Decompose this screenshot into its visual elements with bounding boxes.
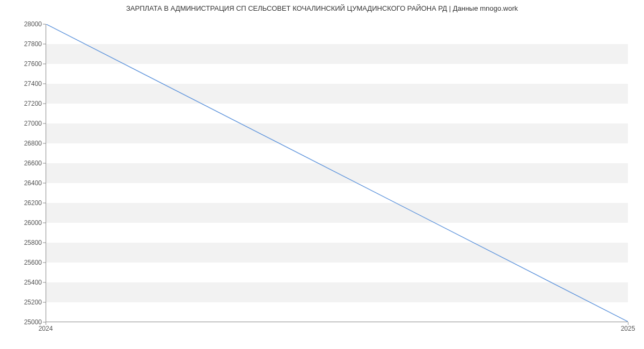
y-tick-label: 25000 (4, 318, 42, 326)
y-tick-label: 25600 (4, 259, 42, 266)
grid-band (46, 123, 628, 143)
y-tick-mark (43, 104, 46, 104)
y-tick-mark (43, 243, 46, 243)
y-tick-label: 26400 (4, 179, 42, 187)
y-tick-label: 26200 (4, 199, 42, 207)
y-tick-mark (43, 64, 46, 64)
plot-area (46, 24, 628, 322)
y-tick-mark (43, 44, 46, 45)
y-tick-label: 26800 (4, 140, 42, 147)
y-tick-mark (43, 263, 46, 263)
y-tick-label: 27200 (4, 100, 42, 107)
y-tick-mark (43, 163, 46, 164)
y-tick-label: 25800 (4, 239, 42, 246)
y-tick-label: 25200 (4, 299, 42, 306)
y-tick-label: 26600 (4, 159, 42, 167)
y-tick-mark (43, 123, 46, 124)
y-tick-mark (43, 143, 46, 144)
y-tick-label: 27000 (4, 120, 42, 127)
grid-band (46, 44, 628, 64)
chart-title: ЗАРПЛАТА В АДМИНИСТРАЦИЯ СП СЕЛЬСОВЕТ КО… (0, 4, 644, 12)
x-tick-label: 2025 (621, 325, 635, 332)
x-tick-mark (46, 322, 46, 325)
grid-band (46, 243, 628, 263)
y-tick-label: 27400 (4, 80, 42, 88)
grid-band (46, 203, 628, 223)
y-tick-mark (43, 183, 46, 184)
y-tick-mark (43, 223, 46, 223)
y-tick-mark (43, 203, 46, 203)
y-tick-label: 26000 (4, 219, 42, 227)
y-tick-mark (43, 282, 46, 283)
y-tick-label: 28000 (4, 20, 42, 28)
y-tick-mark (43, 84, 46, 84)
grid-band (46, 282, 628, 302)
y-tick-label: 27600 (4, 60, 42, 68)
y-tick-mark (43, 24, 46, 25)
x-tick-label: 2024 (39, 325, 53, 332)
y-tick-mark (43, 302, 46, 303)
grid-band (46, 163, 628, 183)
x-tick-mark (628, 322, 628, 325)
grid-band (46, 84, 628, 104)
y-tick-label: 25400 (4, 279, 42, 286)
y-tick-label: 27800 (4, 40, 42, 48)
